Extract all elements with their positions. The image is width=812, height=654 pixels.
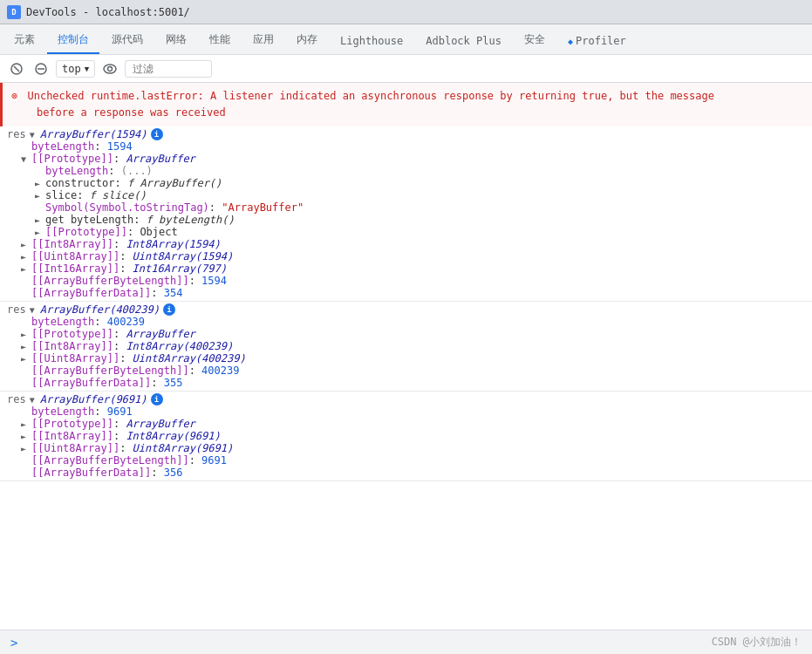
error-banner: ⊗ Unchecked runtime.lastError: A listene… bbox=[0, 83, 812, 126]
chevron-down-icon: ▼ bbox=[85, 65, 89, 73]
prop-arraybuffer-data-3: [[ArrayBufferData]] : 356 bbox=[0, 467, 812, 479]
prop-arraybuffer-data-1: [[ArrayBufferData]] : 354 bbox=[0, 287, 812, 299]
nav-tabs: 元素 控制台 源代码 网络 性能 应用 内存 Lighthouse Adbloc… bbox=[0, 24, 812, 55]
prop-bytelength-3[interactable]: byteLength : 9691 bbox=[0, 405, 812, 418]
context-selector[interactable]: top ▼ bbox=[56, 60, 95, 78]
type-name-2: ArrayBuffer(400239) bbox=[40, 303, 160, 316]
prop-uint8array-1[interactable]: [[Uint8Array]] : Uint8Array(1594) bbox=[0, 250, 812, 262]
devtools-icon: D bbox=[7, 5, 21, 19]
prop-bytelength-2[interactable]: byteLength : 400239 bbox=[0, 316, 812, 328]
tab-sources[interactable]: 源代码 bbox=[101, 27, 154, 54]
info-icon-3[interactable]: i bbox=[151, 393, 163, 405]
svg-line-1 bbox=[14, 66, 19, 72]
res-label-3: res bbox=[7, 393, 26, 405]
error-text: Unchecked runtime.lastError: A listener … bbox=[11, 90, 714, 119]
info-icon-1[interactable]: i bbox=[151, 128, 163, 140]
tab-security[interactable]: 安全 bbox=[514, 27, 556, 54]
log-entry-1: res ArrayBuffer(1594) i byteLength : 159… bbox=[0, 126, 812, 302]
filter-input[interactable] bbox=[125, 60, 212, 78]
prop-slice[interactable]: slice : f slice() bbox=[0, 189, 812, 201]
entry-3-header[interactable]: res ArrayBuffer(9691) i bbox=[0, 393, 812, 405]
prop-prototype-obj[interactable]: [[Prototype]] : Object bbox=[0, 226, 812, 238]
prop-uint8array-2[interactable]: [[Uint8Array]] : Uint8Array(400239) bbox=[0, 352, 812, 364]
tab-application[interactable]: 应用 bbox=[242, 27, 284, 54]
eye-button[interactable] bbox=[100, 59, 119, 78]
res-label: res bbox=[7, 128, 26, 140]
type-name-3: ArrayBuffer(9691) bbox=[40, 393, 147, 405]
prop-int8array-1[interactable]: [[Int8Array]] : Int8Array(1594) bbox=[0, 238, 812, 250]
log-entry-3: res ArrayBuffer(9691) i byteLength : 969… bbox=[0, 392, 812, 481]
prop-bytelength-1[interactable]: byteLength : 1594 bbox=[0, 140, 812, 153]
tab-network[interactable]: 元素 bbox=[3, 27, 45, 54]
prop-arraybuffer-data-2: [[ArrayBufferData]] : 355 bbox=[0, 377, 812, 389]
prop-get-bytelength[interactable]: get byteLength : f byteLength() bbox=[0, 214, 812, 226]
log-entry-2: res ArrayBuffer(400239) i byteLength : 4… bbox=[0, 302, 812, 392]
tab-lighthouse[interactable]: Lighthouse bbox=[330, 30, 413, 54]
no-entry-button[interactable] bbox=[31, 59, 51, 78]
tab-memory[interactable]: 内存 bbox=[286, 27, 328, 54]
expand-arrow-3[interactable] bbox=[30, 395, 38, 405]
entry-2-header[interactable]: res ArrayBuffer(400239) i bbox=[0, 303, 812, 316]
status-bar: > CSDN @小刘加油！ bbox=[0, 630, 812, 654]
console-toolbar: top ▼ bbox=[0, 55, 812, 83]
prop-int8array-2[interactable]: [[Int8Array]] : Int8Array(400239) bbox=[0, 340, 812, 352]
info-icon-2[interactable]: i bbox=[163, 303, 175, 316]
svg-point-4 bbox=[104, 65, 116, 73]
prop-prototype-1[interactable]: [[Prototype]] : ArrayBuffer bbox=[0, 153, 812, 165]
title-text: DevTools - localhost:5001/ bbox=[26, 6, 190, 18]
tab-performance[interactable]: 性能 bbox=[199, 27, 241, 54]
watermark-text: CSDN @小刘加油！ bbox=[712, 635, 802, 650]
svg-point-5 bbox=[108, 66, 113, 71]
prop-constructor[interactable]: constructor : f ArrayBuffer() bbox=[0, 177, 812, 189]
console-prompt[interactable]: > bbox=[10, 636, 17, 650]
tab-console[interactable]: 控制台 bbox=[47, 27, 99, 54]
tab-profiler[interactable]: ◆ Profiler bbox=[557, 30, 637, 54]
prop-bytelength-proto[interactable]: byteLength : (...) bbox=[0, 165, 812, 177]
type-name-1: ArrayBuffer(1594) bbox=[40, 128, 147, 140]
expand-arrow-1[interactable] bbox=[30, 130, 38, 140]
res-label-2: res bbox=[7, 303, 26, 316]
prop-int16array-1[interactable]: [[Int16Array]] : Int16Array(797) bbox=[0, 262, 812, 275]
prop-uint8array-3[interactable]: [[Uint8Array]] : Uint8Array(9691) bbox=[0, 442, 812, 454]
title-bar: D DevTools - localhost:5001/ bbox=[0, 0, 812, 24]
prop-int8array-3[interactable]: [[Int8Array]] : Int8Array(9691) bbox=[0, 430, 812, 442]
prop-arraybuffer-bytelength-2: [[ArrayBufferByteLength]] : 400239 bbox=[0, 364, 812, 377]
console-content: res ArrayBuffer(1594) i byteLength : 159… bbox=[0, 126, 812, 631]
tab-adblock[interactable]: Adblock Plus bbox=[415, 30, 512, 54]
prop-arraybuffer-bytelength-1: [[ArrayBufferByteLength]] : 1594 bbox=[0, 275, 812, 287]
prop-arraybuffer-bytelength-3: [[ArrayBufferByteLength]] : 9691 bbox=[0, 454, 812, 467]
expand-arrow-2[interactable] bbox=[30, 305, 38, 315]
tab-network2[interactable]: 网络 bbox=[155, 27, 197, 54]
context-label: top bbox=[62, 63, 81, 75]
prop-prototype-2[interactable]: [[Prototype]] : ArrayBuffer bbox=[0, 328, 812, 340]
entry-1-header[interactable]: res ArrayBuffer(1594) i bbox=[0, 128, 812, 140]
error-icon: ⊗ bbox=[11, 90, 17, 102]
prop-symbol[interactable]: Symbol(Symbol.toStringTag) : "ArrayBuffe… bbox=[0, 201, 812, 214]
prop-prototype-3[interactable]: [[Prototype]] : ArrayBuffer bbox=[0, 418, 812, 430]
clear-button[interactable] bbox=[7, 59, 26, 78]
